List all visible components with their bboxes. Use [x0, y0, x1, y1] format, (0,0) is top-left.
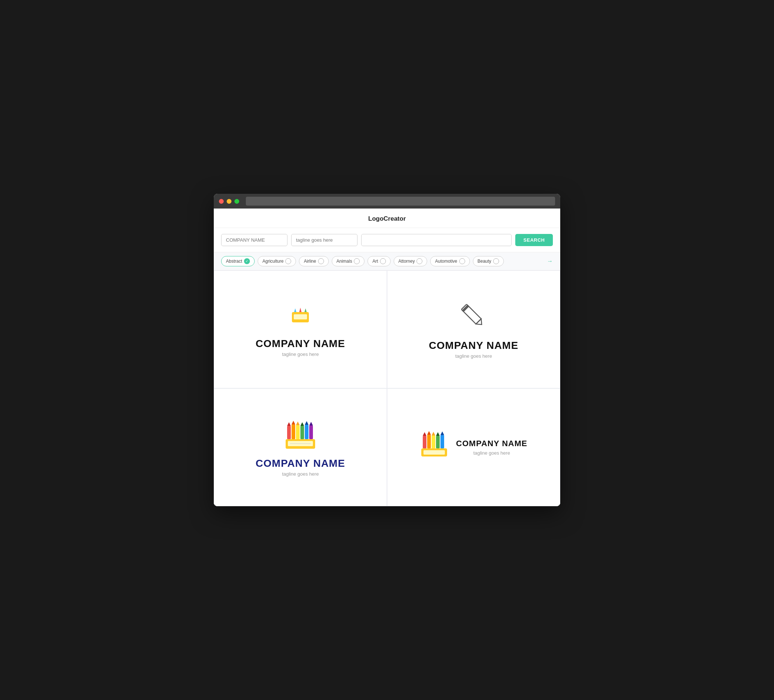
svg-rect-26	[432, 436, 435, 448]
logo-icon-2	[457, 300, 490, 333]
logo-tagline-3: tagline goes here	[282, 471, 319, 477]
svg-rect-9	[287, 426, 291, 439]
extra-input[interactable]	[361, 234, 511, 246]
logo-card-3[interactable]: COMPANY NAME tagline goes here	[214, 388, 387, 506]
svg-marker-6	[476, 319, 484, 327]
tagline-input[interactable]	[291, 234, 357, 246]
logo-company-name-1: COMPANY NAME	[256, 338, 346, 350]
svg-marker-17	[296, 421, 299, 425]
svg-rect-11	[296, 425, 299, 439]
svg-marker-19	[305, 421, 309, 425]
logo-tagline-2: tagline goes here	[455, 353, 492, 359]
svg-rect-27	[436, 436, 440, 448]
svg-marker-31	[432, 432, 435, 436]
svg-marker-29	[423, 432, 427, 436]
category-label: Automotive	[435, 259, 457, 264]
svg-marker-1	[299, 308, 301, 312]
logo-text-area-4: COMPANY NAME tagline goes here	[456, 439, 527, 456]
logo-company-name-3: COMPANY NAME	[256, 457, 346, 469]
category-chip-attorney[interactable]: Attorney✓	[394, 256, 428, 266]
check-icon: ✓	[354, 258, 360, 264]
logo-company-name-4: COMPANY NAME	[456, 439, 527, 448]
category-chip-agriculture[interactable]: Agriculture✓	[258, 256, 296, 266]
logo-card-4[interactable]: COMPANY NAME tagline goes here	[387, 388, 560, 506]
search-button[interactable]: SEARCH	[515, 234, 553, 246]
svg-rect-10	[291, 424, 295, 439]
svg-marker-18	[300, 422, 304, 426]
search-bar: SEARCH	[214, 228, 560, 253]
category-bar: Abstract✓Agriculture✓Airline✓Animals✓Art…	[214, 253, 560, 271]
category-label: Airline	[304, 259, 316, 264]
app-content: LogoCreator SEARCH Abstract✓Agriculture✓…	[214, 208, 560, 506]
category-label: Animals	[336, 259, 352, 264]
check-icon: ✓	[493, 258, 499, 264]
check-icon: ✓	[285, 258, 291, 264]
category-chip-airline[interactable]: Airline✓	[299, 256, 328, 266]
svg-marker-20	[309, 422, 313, 426]
category-chip-animals[interactable]: Animals✓	[332, 256, 365, 266]
svg-marker-33	[440, 431, 444, 435]
category-chip-automotive[interactable]: Automotive✓	[430, 256, 470, 266]
company-name-input[interactable]	[221, 234, 288, 246]
logo-card-2[interactable]: COMPANY NAME tagline goes here	[387, 271, 560, 388]
logo-icon-3	[282, 418, 319, 451]
check-icon: ✓	[417, 258, 422, 264]
svg-marker-32	[436, 432, 440, 436]
check-icon: ✓	[380, 258, 386, 264]
category-label: Beauty	[478, 259, 491, 264]
logo-icon-1	[284, 302, 317, 331]
category-label: Agriculture	[263, 259, 283, 264]
svg-rect-25	[427, 435, 431, 448]
svg-rect-12	[300, 426, 304, 439]
category-chip-abstract[interactable]: Abstract✓	[221, 256, 255, 266]
logo-icon-4	[420, 429, 449, 459]
svg-marker-30	[427, 431, 431, 435]
logo-tagline-1: tagline goes here	[282, 352, 319, 357]
check-icon: ✓	[459, 258, 465, 264]
close-button[interactable]	[219, 199, 224, 204]
logo-card-1[interactable]: COMPANY NAME tagline goes here	[214, 271, 387, 388]
next-categories-arrow[interactable]: →	[547, 258, 553, 264]
svg-marker-2	[304, 309, 307, 312]
check-icon: ✓	[318, 258, 324, 264]
svg-marker-0	[294, 309, 296, 312]
category-chip-beauty[interactable]: Beauty✓	[473, 256, 504, 266]
address-bar[interactable]	[246, 197, 555, 206]
svg-rect-13	[305, 425, 309, 439]
minimize-button[interactable]	[227, 199, 232, 204]
category-label: Art	[372, 259, 378, 264]
check-icon: ✓	[244, 258, 250, 264]
svg-rect-4	[294, 314, 307, 319]
category-label: Attorney	[399, 259, 415, 264]
svg-rect-35	[423, 450, 445, 455]
app-title: LogoCreator	[214, 208, 560, 228]
logo-tagline-4: tagline goes here	[456, 450, 527, 456]
svg-marker-16	[291, 421, 295, 424]
category-chip-art[interactable]: Art✓	[367, 256, 390, 266]
browser-window: LogoCreator SEARCH Abstract✓Agriculture✓…	[214, 194, 560, 506]
browser-titlebar	[214, 194, 560, 208]
category-label: Abstract	[226, 259, 242, 264]
svg-marker-15	[287, 422, 291, 426]
logo-grid: COMPANY NAME tagline goes here	[214, 271, 560, 506]
svg-rect-28	[440, 435, 444, 448]
svg-rect-14	[309, 426, 313, 439]
maximize-button[interactable]	[235, 199, 239, 204]
logo-company-name-2: COMPANY NAME	[429, 340, 519, 352]
svg-rect-24	[423, 436, 427, 448]
